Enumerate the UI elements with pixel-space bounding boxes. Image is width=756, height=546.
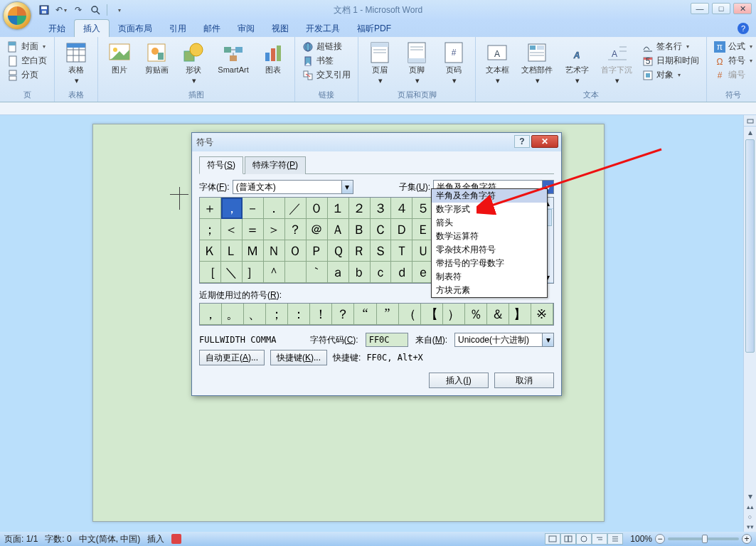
symbol-cell[interactable]: ／ — [285, 198, 307, 219]
zoom-out-button[interactable]: − — [655, 534, 665, 544]
browse-prev-icon[interactable]: ▴▴ — [744, 502, 756, 512]
number-button[interactable]: #编号 — [711, 68, 755, 82]
font-dropdown-icon[interactable]: ▾ — [341, 181, 353, 193]
cross-reference-button[interactable]: 交叉引用 — [299, 68, 353, 82]
symbol-cell[interactable]: Ｂ — [349, 219, 371, 240]
web-layout-view-icon[interactable] — [576, 533, 592, 545]
save-icon[interactable] — [38, 4, 50, 16]
bookmark-button[interactable]: 书签 — [299, 54, 353, 68]
status-page[interactable]: 页面: 1/1 — [4, 533, 38, 545]
maximize-button[interactable]: □ — [712, 3, 730, 14]
symbol-cell[interactable]: ＾ — [264, 262, 285, 283]
symbol-cell[interactable]: ！ — [310, 304, 332, 325]
equation-button[interactable]: π公式▾ — [711, 40, 755, 53]
symbol-cell[interactable]: ” — [377, 304, 399, 325]
subset-option[interactable]: 零杂技术用符号 — [432, 243, 547, 257]
tab-view[interactable]: 视图 — [263, 20, 297, 37]
tab-insert[interactable]: 插入 — [74, 19, 110, 37]
tab-references[interactable]: 引用 — [161, 20, 195, 37]
symbol-cell[interactable]: “ — [354, 304, 376, 325]
symbol-cell[interactable]: ｀ — [307, 262, 328, 283]
browse-select-icon[interactable]: ○ — [744, 512, 756, 522]
symbol-cell[interactable]: ％ — [465, 304, 487, 325]
symbol-cell[interactable]: ※ — [531, 304, 553, 325]
shortcut-key-button[interactable]: 快捷键(K)... — [270, 350, 327, 365]
ruler-toggle-icon[interactable] — [744, 115, 756, 127]
symbol-cell[interactable]: Ｐ — [307, 240, 328, 262]
scroll-thumb[interactable] — [745, 139, 755, 353]
symbol-cell[interactable]: Ｓ — [371, 240, 392, 262]
symbol-cell[interactable]: ｃ — [371, 262, 392, 283]
outline-view-icon[interactable] — [592, 533, 607, 545]
tab-developer[interactable]: 开发工具 — [297, 20, 348, 37]
clipart-button[interactable]: 剪贴画 — [139, 38, 174, 75]
symbol-cell[interactable]: ＝ — [243, 219, 264, 240]
subset-option[interactable]: 方块元素 — [432, 284, 547, 297]
cancel-button[interactable]: 取消 — [494, 373, 554, 388]
browse-next-icon[interactable]: ▾▾ — [744, 522, 756, 532]
help-icon[interactable]: ? — [738, 23, 749, 34]
symbol-cell[interactable]: １ — [328, 198, 349, 219]
symbol-cell[interactable]: 】 — [509, 304, 531, 325]
symbol-cell[interactable]: ？ — [285, 219, 307, 240]
symbol-cell[interactable]: Ａ — [328, 219, 349, 240]
symbol-cell[interactable]: 【 — [421, 304, 443, 325]
zoom-value[interactable]: 100% — [630, 534, 652, 544]
font-combo[interactable]: (普通文本) ▾ — [233, 180, 353, 194]
symbol-cell[interactable]: ， — [221, 198, 243, 219]
language-indicator-icon[interactable] — [171, 534, 181, 544]
subset-option[interactable]: 箭头 — [432, 216, 547, 230]
table-button[interactable]: 表格▾ — [59, 38, 93, 85]
page-break-button[interactable]: 分页 — [4, 68, 50, 82]
from-dropdown-icon[interactable]: ▾ — [542, 333, 553, 346]
header-button[interactable]: 页眉▾ — [363, 38, 397, 85]
page-number-button[interactable]: #页码▾ — [437, 38, 471, 85]
zoom-in-button[interactable]: + — [742, 534, 752, 544]
status-insert-mode[interactable]: 插入 — [147, 533, 164, 545]
symbol-cell[interactable]: ０ — [307, 198, 328, 219]
symbol-cell[interactable]: ｂ — [349, 262, 371, 283]
scroll-up-icon[interactable]: ▴ — [744, 127, 756, 138]
office-button[interactable] — [3, 1, 31, 30]
symbol-cell[interactable]: ＠ — [307, 219, 328, 240]
zoom-slider[interactable] — [668, 537, 739, 540]
tab-review[interactable]: 审阅 — [229, 20, 263, 37]
from-combo[interactable]: Unicode(十六进制) ▾ — [454, 333, 554, 347]
dialog-close-button[interactable]: ✕ — [531, 135, 558, 148]
symbol-cell[interactable]: ， — [200, 304, 222, 325]
symbol-cell[interactable]: Ｏ — [285, 240, 307, 262]
symbol-cell[interactable]: Ｄ — [391, 219, 412, 240]
autocorrect-button[interactable]: 自动更正(A)... — [199, 350, 265, 365]
symbol-cell[interactable]: ４ — [391, 198, 412, 219]
wordart-button[interactable]: A艺术字▾ — [560, 38, 594, 85]
symbol-cell[interactable]: （ — [399, 304, 421, 325]
drop-cap-button[interactable]: A首字下沉▾ — [597, 38, 637, 85]
symbol-cell[interactable]: Ｋ — [200, 240, 221, 262]
symbol-cell[interactable]: 。 — [222, 304, 244, 325]
symbol-cell[interactable]: ） — [443, 304, 465, 325]
status-language[interactable]: 中文(简体, 中国) — [79, 533, 141, 545]
dialog-help-button[interactable]: ? — [514, 135, 530, 148]
redo-icon[interactable]: ↷ — [73, 4, 84, 16]
zoom-slider-knob[interactable] — [702, 535, 708, 543]
tab-foxit-pdf[interactable]: 福昕PDF — [348, 20, 400, 37]
hyperlink-button[interactable]: 超链接 — [299, 40, 353, 53]
subset-option[interactable]: 数字形式 — [432, 203, 547, 216]
footer-button[interactable]: 页脚▾ — [400, 38, 434, 85]
chart-button[interactable]: 图表 — [256, 38, 290, 75]
object-button[interactable]: 对象▾ — [639, 68, 702, 82]
insert-button[interactable]: 插入(I) — [429, 373, 489, 388]
symbol-cell[interactable]: ＋ — [200, 198, 221, 219]
close-button[interactable]: ✕ — [733, 3, 752, 14]
symbol-cell[interactable]: ［ — [200, 262, 221, 283]
textbox-button[interactable]: A文本框▾ — [480, 38, 514, 85]
scroll-down-icon[interactable]: ▾ — [744, 491, 756, 502]
symbol-cell[interactable]: Ｑ — [328, 240, 349, 262]
minimize-button[interactable]: — — [691, 3, 709, 14]
subset-option[interactable]: 制表符 — [432, 270, 547, 284]
status-words[interactable]: 字数: 0 — [45, 533, 71, 545]
symbol-cell[interactable]: ＞ — [264, 219, 285, 240]
symbol-cell[interactable]: Ｒ — [349, 240, 371, 262]
quick-parts-button[interactable]: 文档部件▾ — [517, 38, 557, 85]
tab-home[interactable]: 开始 — [40, 20, 74, 37]
